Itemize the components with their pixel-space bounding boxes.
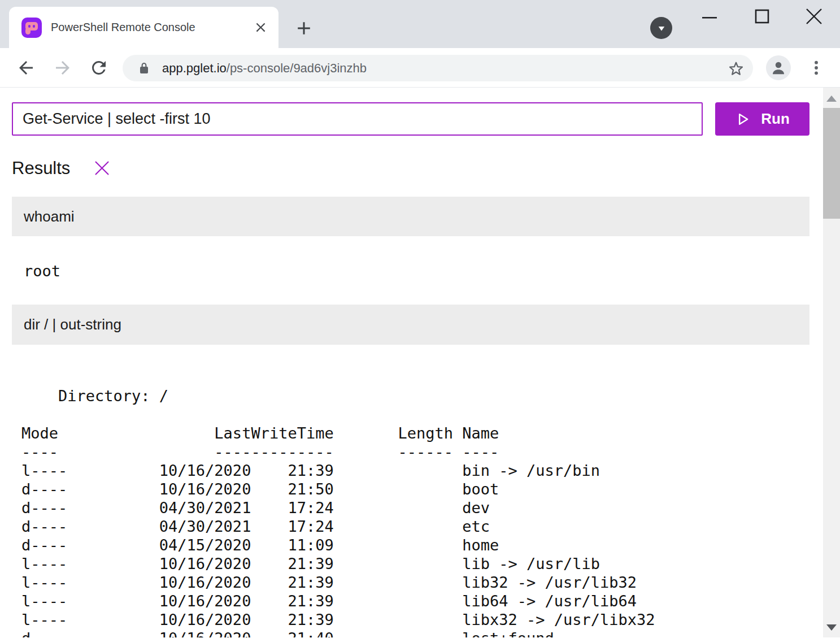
scroll-up-icon[interactable]	[826, 96, 837, 102]
clear-results-icon[interactable]	[92, 158, 112, 179]
console-output: Directory: / Mode LastWriteTime Length N…	[12, 387, 809, 637]
page-content: Run Results whoami root dir / | out-stri…	[0, 88, 840, 637]
command-row: Run	[12, 102, 809, 136]
url-text: app.pglet.io/ps-console/9ad6vj3inzhb	[162, 61, 367, 76]
url-path: /ps-console/9ad6vj3inzhb	[227, 61, 367, 75]
new-tab-icon[interactable]	[294, 18, 314, 38]
command-input[interactable]	[12, 102, 703, 136]
close-window-icon[interactable]	[804, 7, 824, 26]
lock-icon[interactable]	[137, 62, 151, 75]
close-tab-icon[interactable]	[253, 20, 268, 35]
pglet-logo-icon	[21, 18, 42, 38]
address-bar[interactable]: app.pglet.io/ps-console/9ad6vj3inzhb	[123, 55, 753, 81]
browser-tab[interactable]: PowerShell Remote Console	[9, 7, 278, 48]
tab-title: PowerShell Remote Console	[51, 21, 253, 34]
browser-menu-icon[interactable]	[808, 58, 824, 78]
scroll-down-icon[interactable]	[826, 624, 837, 631]
command-text: dir / | out-string	[24, 316, 121, 333]
reload-icon[interactable]	[89, 58, 109, 78]
history-command-dir: dir / | out-string	[12, 305, 809, 345]
maximize-icon[interactable]	[754, 8, 771, 25]
tab-strip: PowerShell Remote Console	[0, 0, 840, 48]
play-icon	[735, 111, 751, 127]
scrollbar-thumb[interactable]	[823, 108, 840, 219]
forward-icon[interactable]	[53, 58, 73, 78]
vertical-scrollbar[interactable]	[823, 88, 840, 637]
results-title: Results	[12, 158, 70, 179]
url-domain: app.pglet.io	[162, 61, 227, 75]
command-output-root: root	[12, 262, 809, 280]
minimize-icon[interactable]	[701, 9, 718, 26]
tab-search-caret-icon[interactable]	[650, 17, 672, 39]
browser-toolbar: app.pglet.io/ps-console/9ad6vj3inzhb	[0, 48, 840, 88]
results-header: Results	[12, 158, 809, 179]
run-button[interactable]: Run	[715, 102, 809, 136]
profile-avatar-icon[interactable]	[766, 55, 791, 80]
back-icon[interactable]	[16, 58, 36, 78]
bookmark-star-icon[interactable]	[727, 59, 745, 77]
command-text: whoami	[24, 208, 75, 225]
history-command-whoami: whoami	[12, 197, 809, 236]
run-button-label: Run	[761, 110, 790, 128]
